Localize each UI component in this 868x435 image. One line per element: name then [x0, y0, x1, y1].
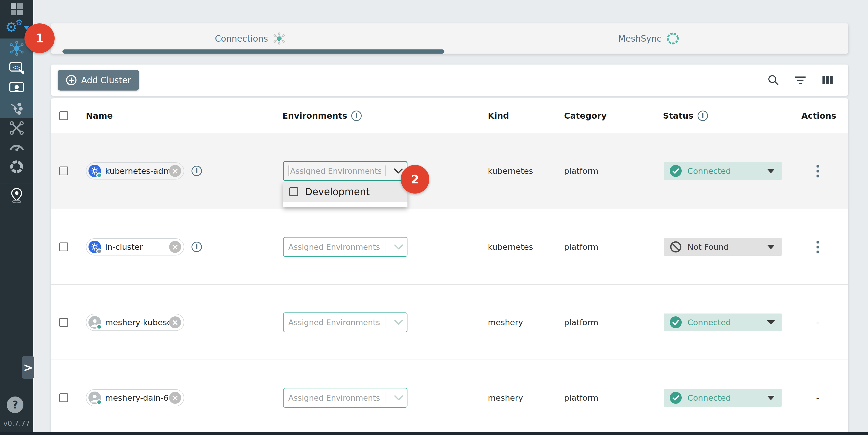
performance-gauge-icon[interactable]	[0, 141, 33, 152]
connection-name-chip[interactable]: meshery-dain-6 ×	[86, 389, 184, 406]
kind-cell: kubernetes	[488, 133, 533, 209]
gear-small-icon: ⚙	[16, 18, 23, 27]
status-label: Connected	[682, 318, 767, 327]
table-row: kubernetes-admin... × i Assigned Environ…	[51, 133, 848, 209]
actions-kebab-icon[interactable]	[806, 241, 830, 253]
header-name[interactable]: Name	[86, 98, 113, 133]
header-actions: Actions	[801, 98, 836, 133]
chevron-down-icon[interactable]	[390, 395, 407, 401]
toolbar: Add Cluster	[51, 64, 848, 96]
kubernetes-icon	[89, 241, 101, 253]
meshery-avatar-icon	[89, 392, 101, 404]
status-dot	[96, 324, 102, 330]
connection-name: meshery-dain-6	[101, 393, 169, 402]
chevron-down-icon[interactable]	[390, 319, 407, 325]
kind-cell: kubernetes	[488, 209, 533, 285]
status-chip[interactable]: Connected	[664, 389, 782, 407]
info-icon[interactable]: i	[698, 111, 708, 121]
tab-meshsync-label: MeshSync	[618, 34, 661, 44]
table-row: in-cluster × i Assigned Environments kub…	[51, 209, 848, 284]
meshsync-spinner-icon	[666, 32, 680, 45]
app-version: v0.7.77	[0, 420, 33, 428]
status-label: Not Found	[682, 242, 767, 252]
annotation-badge-1: 1	[25, 23, 55, 53]
not-found-icon	[670, 241, 682, 253]
table-header: Name Environments i Kind Category Status…	[51, 98, 848, 133]
annotation-badge-2: 2	[401, 165, 429, 193]
development-checkbox[interactable]	[289, 187, 298, 196]
status-dot	[96, 248, 102, 254]
help-icon[interactable]: ?	[7, 397, 23, 413]
close-icon[interactable]: ×	[169, 165, 181, 177]
chevron-down-icon[interactable]	[390, 244, 407, 250]
caret-down-icon	[767, 169, 775, 173]
tab-bar: Connections MeshSync	[51, 23, 848, 54]
dashboard-grid-icon[interactable]	[0, 3, 33, 16]
code-configuration-icon[interactable]: <>	[0, 61, 33, 75]
row-checkbox[interactable]	[59, 318, 68, 327]
close-icon[interactable]: ×	[169, 316, 181, 328]
close-icon[interactable]: ×	[169, 392, 181, 404]
environments-select[interactable]: Assigned Environments	[283, 312, 407, 332]
environments-select[interactable]: Assigned Environments	[283, 237, 407, 257]
environments-placeholder: Assigned Environments	[290, 166, 381, 176]
view-columns-icon[interactable]	[821, 74, 834, 86]
table-row: meshery-dain-6 × Assigned Environments m…	[51, 360, 848, 435]
user-screen-icon[interactable]	[0, 81, 33, 95]
connection-name-chip[interactable]: meshery-kubescop... ×	[86, 314, 184, 331]
row-checkbox[interactable]	[59, 243, 68, 251]
info-icon[interactable]: i	[351, 111, 362, 121]
connection-name: meshery-kubescop...	[101, 318, 169, 327]
category-cell: platform	[564, 360, 598, 435]
menu-item-development[interactable]: Development	[283, 182, 407, 202]
connection-name: in-cluster	[101, 242, 169, 252]
actions-kebab-icon[interactable]	[806, 165, 830, 178]
connection-name-chip[interactable]: kubernetes-admin... ×	[86, 162, 184, 180]
active-tab-indicator	[62, 50, 444, 54]
row-checkbox[interactable]	[59, 393, 68, 402]
status-chip[interactable]: Not Found	[664, 238, 782, 256]
connections-mesh-icon	[273, 32, 286, 45]
search-icon[interactable]	[767, 74, 779, 86]
plus-circle-icon	[66, 74, 77, 86]
filter-icon[interactable]	[794, 74, 807, 86]
table-row: meshery-kubescop... × Assigned Environme…	[51, 284, 848, 360]
status-chip[interactable]: Connected	[664, 162, 782, 180]
location-pin-icon[interactable]	[0, 188, 33, 204]
info-icon[interactable]: i	[191, 166, 202, 176]
text-cursor	[288, 165, 289, 177]
environments-placeholder: Assigned Environments	[288, 393, 381, 402]
status-chip[interactable]: Connected	[664, 313, 782, 331]
actions-none: -	[806, 317, 830, 328]
row-checkbox[interactable]	[59, 166, 68, 175]
header-kind[interactable]: Kind	[488, 98, 509, 133]
sidebar-expand-button[interactable]: >	[22, 356, 34, 379]
development-label: Development	[305, 186, 370, 197]
select-all-checkbox[interactable]	[59, 111, 68, 120]
header-environments[interactable]: Environments i	[282, 98, 362, 133]
header-category[interactable]: Category	[564, 98, 607, 133]
status-label: Connected	[682, 166, 767, 176]
kubernetes-icon	[89, 165, 101, 177]
toolkit-wrenches-icon[interactable]	[0, 121, 33, 135]
environments-select[interactable]: Assigned Environments	[283, 388, 407, 408]
tab-connections[interactable]: Connections	[51, 23, 450, 54]
meshery-avatar-icon	[89, 316, 101, 329]
topology-icon[interactable]	[0, 101, 33, 116]
svg-text:<>: <>	[12, 64, 20, 70]
add-cluster-label: Add Cluster	[81, 75, 131, 85]
add-cluster-button[interactable]: Add Cluster	[58, 70, 139, 91]
tab-meshsync[interactable]: MeshSync	[450, 23, 848, 54]
environments-placeholder: Assigned Environments	[288, 243, 381, 252]
analytics-chart-icon[interactable]	[0, 159, 33, 174]
close-icon[interactable]: ×	[169, 241, 181, 253]
connection-name-chip[interactable]: in-cluster ×	[86, 238, 184, 255]
connected-check-icon	[670, 316, 682, 328]
header-status[interactable]: Status i	[663, 98, 708, 133]
kind-cell: meshery	[488, 285, 523, 360]
status-label: Connected	[682, 393, 767, 402]
sidebar: ⚙ ⚙ <>	[0, 0, 33, 435]
info-icon[interactable]: i	[191, 242, 202, 252]
status-dot	[96, 399, 102, 405]
environments-select[interactable]: Assigned Environments	[283, 161, 407, 181]
